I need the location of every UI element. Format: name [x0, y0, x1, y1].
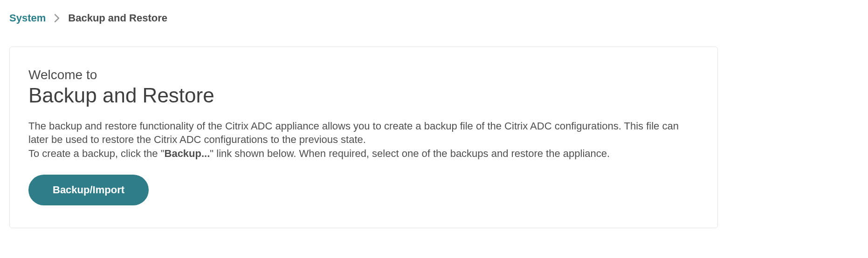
welcome-panel: Welcome to Backup and Restore The backup…: [9, 47, 718, 228]
breadcrumb-system-link[interactable]: System: [9, 12, 46, 24]
welcome-prefix: Welcome to: [28, 67, 699, 83]
breadcrumb-current: Backup and Restore: [68, 12, 167, 24]
description-line2-bold: Backup...: [165, 148, 210, 159]
breadcrumb: System Backup and Restore: [9, 12, 859, 24]
description-line2-after: " link shown below. When required, selec…: [210, 148, 610, 159]
description-line2-before: To create a backup, click the ": [28, 148, 165, 159]
chevron-right-icon: [54, 14, 60, 22]
backup-import-button[interactable]: Backup/Import: [28, 175, 149, 205]
description-line1: The backup and restore functionality of …: [28, 120, 679, 146]
page-title: Backup and Restore: [28, 84, 699, 107]
description-text: The backup and restore functionality of …: [28, 119, 699, 161]
